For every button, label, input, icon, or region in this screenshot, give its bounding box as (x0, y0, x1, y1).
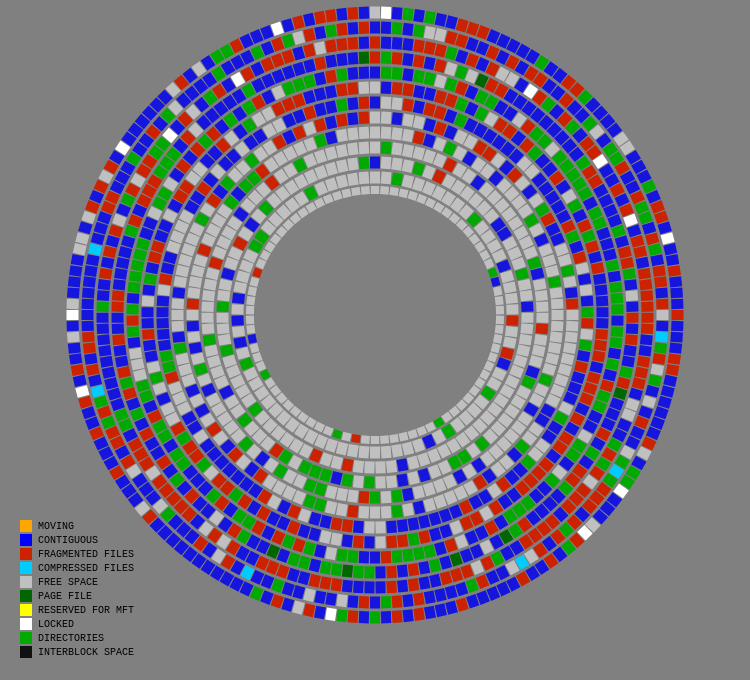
legend-label: PAGE FILE (38, 591, 92, 602)
legend-item: FRAGMENTED FILES (20, 548, 134, 560)
legend-label: LOCKED (38, 619, 74, 630)
legend-label: MOVING (38, 521, 74, 532)
legend-color-box (20, 576, 32, 588)
legend-label: INTERBLOCK SPACE (38, 647, 134, 658)
legend-color-box (20, 590, 32, 602)
legend-label: DIRECTORIES (38, 633, 104, 644)
legend-color-box (20, 534, 32, 546)
legend-item: COMPRESSED FILES (20, 562, 134, 574)
legend-color-box (20, 548, 32, 560)
legend-label: COMPRESSED FILES (38, 563, 134, 574)
legend-items: MOVINGCONTIGUOUSFRAGMENTED FILESCOMPRESS… (20, 520, 134, 658)
legend-label: CONTIGUOUS (38, 535, 98, 546)
legend-item: MOVING (20, 520, 134, 532)
legend-item: CONTIGUOUS (20, 534, 134, 546)
legend-color-box (20, 562, 32, 574)
legend-label: FRAGMENTED FILES (38, 549, 134, 560)
legend-color-box (20, 604, 32, 616)
legend-item: INTERBLOCK SPACE (20, 646, 134, 658)
legend-item: RESERVED FOR MFT (20, 604, 134, 616)
legend-item: LOCKED (20, 618, 134, 630)
legend-panel: MOVINGCONTIGUOUSFRAGMENTED FILESCOMPRESS… (20, 516, 134, 660)
legend-label: FREE SPACE (38, 577, 98, 588)
legend-color-box (20, 618, 32, 630)
legend-color-box (20, 646, 32, 658)
legend-color-box (20, 632, 32, 644)
legend-item: FREE SPACE (20, 576, 134, 588)
main-container: MOVINGCONTIGUOUSFRAGMENTED FILESCOMPRESS… (0, 0, 750, 680)
legend-item: DIRECTORIES (20, 632, 134, 644)
legend-item: PAGE FILE (20, 590, 134, 602)
legend-label: RESERVED FOR MFT (38, 605, 134, 616)
legend-color-box (20, 520, 32, 532)
